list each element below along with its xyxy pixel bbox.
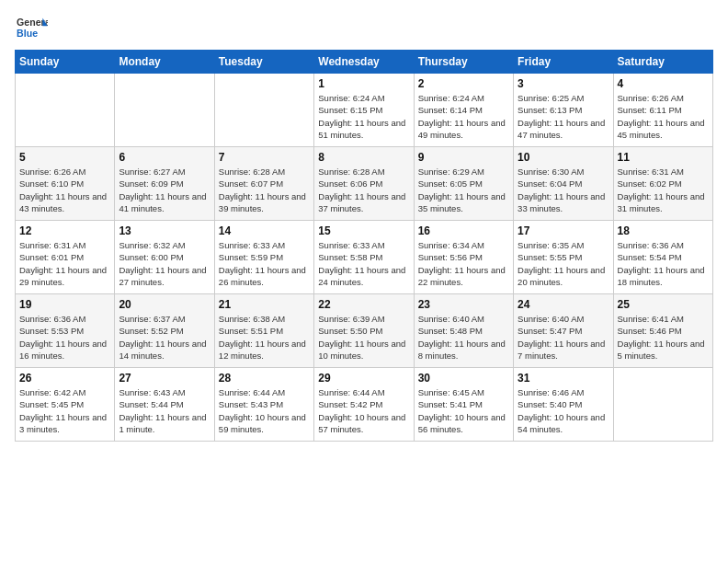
day-info: Sunrise: 6:38 AMSunset: 5:51 PMDaylight:… [219, 313, 310, 362]
day-number: 2 [418, 77, 509, 90]
calendar-cell: 28Sunrise: 6:44 AMSunset: 5:43 PMDayligh… [214, 368, 313, 442]
day-number: 13 [119, 224, 210, 237]
day-info: Sunrise: 6:33 AMSunset: 5:59 PMDaylight:… [219, 239, 310, 288]
calendar-cell: 9Sunrise: 6:29 AMSunset: 6:05 PMDaylight… [414, 147, 513, 221]
calendar-cell: 30Sunrise: 6:45 AMSunset: 5:41 PMDayligh… [414, 368, 513, 442]
day-number: 1 [318, 77, 409, 90]
day-info: Sunrise: 6:28 AMSunset: 6:07 PMDaylight:… [219, 166, 310, 214]
calendar-week-4: 19Sunrise: 6:36 AMSunset: 5:53 PMDayligh… [16, 294, 713, 368]
day-number: 17 [518, 224, 609, 237]
day-number: 27 [119, 372, 210, 385]
day-info: Sunrise: 6:32 AMSunset: 6:00 PMDaylight:… [119, 239, 210, 288]
day-number: 24 [518, 298, 609, 311]
day-info: Sunrise: 6:41 AMSunset: 5:46 PMDaylight:… [618, 313, 709, 362]
calendar-cell: 23Sunrise: 6:40 AMSunset: 5:48 PMDayligh… [414, 294, 513, 368]
day-number: 10 [518, 151, 609, 164]
calendar-cell: 18Sunrise: 6:36 AMSunset: 5:54 PMDayligh… [613, 221, 712, 294]
day-info: Sunrise: 6:43 AMSunset: 5:44 PMDaylight:… [119, 386, 210, 435]
day-info: Sunrise: 6:42 AMSunset: 5:45 PMDaylight:… [19, 386, 110, 435]
calendar-week-2: 5Sunrise: 6:26 AMSunset: 6:10 PMDaylight… [16, 147, 713, 221]
day-info: Sunrise: 6:34 AMSunset: 5:56 PMDaylight:… [418, 239, 509, 288]
day-info: Sunrise: 6:39 AMSunset: 5:50 PMDaylight:… [318, 313, 409, 362]
calendar-cell: 29Sunrise: 6:44 AMSunset: 5:42 PMDayligh… [314, 368, 414, 442]
calendar-cell: 5Sunrise: 6:26 AMSunset: 6:10 PMDaylight… [16, 147, 115, 221]
day-info: Sunrise: 6:36 AMSunset: 5:54 PMDaylight:… [618, 239, 709, 288]
weekday-thursday: Thursday [414, 51, 513, 74]
calendar-cell [16, 74, 115, 147]
calendar-cell: 24Sunrise: 6:40 AMSunset: 5:47 PMDayligh… [514, 294, 613, 368]
day-number: 18 [618, 224, 709, 237]
day-number: 21 [219, 298, 310, 311]
calendar-cell: 17Sunrise: 6:35 AMSunset: 5:55 PMDayligh… [514, 221, 613, 294]
day-info: Sunrise: 6:45 AMSunset: 5:41 PMDaylight:… [418, 386, 509, 435]
day-info: Sunrise: 6:28 AMSunset: 6:06 PMDaylight:… [318, 166, 409, 214]
weekday-friday: Friday [514, 51, 613, 74]
logo: General Blue [15, 15, 48, 42]
calendar-week-3: 12Sunrise: 6:31 AMSunset: 6:01 PMDayligh… [16, 221, 713, 294]
day-info: Sunrise: 6:46 AMSunset: 5:40 PMDaylight:… [518, 386, 609, 435]
day-number: 12 [19, 224, 110, 237]
calendar-cell: 20Sunrise: 6:37 AMSunset: 5:52 PMDayligh… [115, 294, 214, 368]
day-number: 26 [19, 372, 110, 385]
day-number: 3 [518, 77, 609, 90]
calendar-table: SundayMondayTuesdayWednesdayThursdayFrid… [15, 50, 713, 442]
page-header: General Blue [15, 15, 713, 42]
calendar-cell: 25Sunrise: 6:41 AMSunset: 5:46 PMDayligh… [613, 294, 712, 368]
day-number: 19 [19, 298, 110, 311]
day-number: 7 [219, 151, 310, 164]
day-info: Sunrise: 6:35 AMSunset: 5:55 PMDaylight:… [518, 239, 609, 288]
calendar-cell: 14Sunrise: 6:33 AMSunset: 5:59 PMDayligh… [214, 221, 313, 294]
calendar-cell: 19Sunrise: 6:36 AMSunset: 5:53 PMDayligh… [16, 294, 115, 368]
day-number: 25 [618, 298, 709, 311]
day-number: 6 [119, 151, 210, 164]
day-info: Sunrise: 6:31 AMSunset: 6:01 PMDaylight:… [19, 239, 110, 288]
day-number: 31 [518, 372, 609, 385]
weekday-header-row: SundayMondayTuesdayWednesdayThursdayFrid… [16, 51, 713, 74]
day-info: Sunrise: 6:33 AMSunset: 5:58 PMDaylight:… [318, 239, 409, 288]
day-number: 5 [19, 151, 110, 164]
day-info: Sunrise: 6:40 AMSunset: 5:48 PMDaylight:… [418, 313, 509, 362]
calendar-cell: 6Sunrise: 6:27 AMSunset: 6:09 PMDaylight… [115, 147, 214, 221]
day-info: Sunrise: 6:44 AMSunset: 5:43 PMDaylight:… [219, 386, 310, 435]
day-number: 20 [119, 298, 210, 311]
day-number: 23 [418, 298, 509, 311]
calendar-cell: 16Sunrise: 6:34 AMSunset: 5:56 PMDayligh… [414, 221, 513, 294]
weekday-monday: Monday [115, 51, 214, 74]
calendar-cell: 11Sunrise: 6:31 AMSunset: 6:02 PMDayligh… [613, 147, 712, 221]
day-info: Sunrise: 6:26 AMSunset: 6:10 PMDaylight:… [19, 166, 110, 214]
calendar-cell: 13Sunrise: 6:32 AMSunset: 6:00 PMDayligh… [115, 221, 214, 294]
day-info: Sunrise: 6:40 AMSunset: 5:47 PMDaylight:… [518, 313, 609, 362]
day-info: Sunrise: 6:24 AMSunset: 6:14 PMDaylight:… [418, 92, 509, 141]
calendar-cell: 12Sunrise: 6:31 AMSunset: 6:01 PMDayligh… [16, 221, 115, 294]
calendar-cell: 27Sunrise: 6:43 AMSunset: 5:44 PMDayligh… [115, 368, 214, 442]
calendar-cell: 21Sunrise: 6:38 AMSunset: 5:51 PMDayligh… [214, 294, 313, 368]
calendar-cell [115, 74, 214, 147]
calendar-week-5: 26Sunrise: 6:42 AMSunset: 5:45 PMDayligh… [16, 368, 713, 442]
day-info: Sunrise: 6:44 AMSunset: 5:42 PMDaylight:… [318, 386, 409, 435]
calendar-cell: 2Sunrise: 6:24 AMSunset: 6:14 PMDaylight… [414, 74, 513, 147]
day-info: Sunrise: 6:29 AMSunset: 6:05 PMDaylight:… [418, 166, 509, 214]
day-number: 15 [318, 224, 409, 237]
day-info: Sunrise: 6:36 AMSunset: 5:53 PMDaylight:… [19, 313, 110, 362]
day-number: 8 [318, 151, 409, 164]
svg-text:Blue: Blue [17, 28, 38, 39]
day-number: 11 [618, 151, 709, 164]
weekday-sunday: Sunday [16, 51, 115, 74]
calendar-cell: 10Sunrise: 6:30 AMSunset: 6:04 PMDayligh… [514, 147, 613, 221]
calendar-cell: 1Sunrise: 6:24 AMSunset: 6:15 PMDaylight… [314, 74, 414, 147]
day-info: Sunrise: 6:26 AMSunset: 6:11 PMDaylight:… [618, 92, 709, 141]
day-info: Sunrise: 6:25 AMSunset: 6:13 PMDaylight:… [518, 92, 609, 141]
day-number: 30 [418, 372, 509, 385]
day-number: 29 [318, 372, 409, 385]
calendar-cell: 26Sunrise: 6:42 AMSunset: 5:45 PMDayligh… [16, 368, 115, 442]
calendar-cell: 31Sunrise: 6:46 AMSunset: 5:40 PMDayligh… [514, 368, 613, 442]
day-info: Sunrise: 6:31 AMSunset: 6:02 PMDaylight:… [618, 166, 709, 214]
day-info: Sunrise: 6:27 AMSunset: 6:09 PMDaylight:… [119, 166, 210, 214]
day-number: 14 [219, 224, 310, 237]
calendar-week-1: 1Sunrise: 6:24 AMSunset: 6:15 PMDaylight… [16, 74, 713, 147]
weekday-saturday: Saturday [613, 51, 712, 74]
logo-icon: General Blue [15, 15, 48, 42]
day-number: 22 [318, 298, 409, 311]
day-number: 16 [418, 224, 509, 237]
day-info: Sunrise: 6:30 AMSunset: 6:04 PMDaylight:… [518, 166, 609, 214]
